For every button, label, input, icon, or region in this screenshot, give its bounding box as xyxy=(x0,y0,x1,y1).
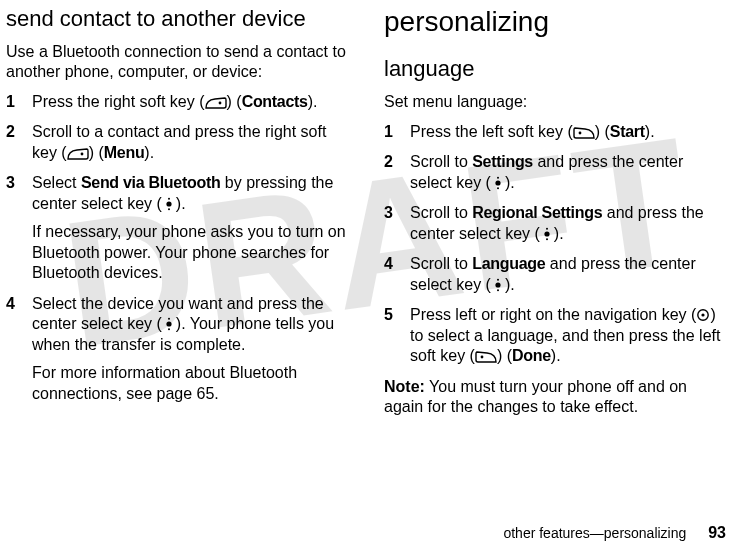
start-label: Start xyxy=(610,123,645,140)
left-step-4-sub: For more information about Bluetooth con… xyxy=(32,363,348,404)
regional-settings-label: Regional Settings xyxy=(472,204,602,221)
svg-point-0 xyxy=(218,102,221,105)
note-label: Note: xyxy=(384,378,425,395)
text: ). xyxy=(505,174,515,191)
text: Scroll to xyxy=(410,204,472,221)
text: Press the left soft key ( xyxy=(410,123,573,140)
two-column-layout: send contact to another device Use a Blu… xyxy=(6,6,726,418)
svg-point-1 xyxy=(80,153,83,156)
right-step-5: Press left or right on the navigation ke… xyxy=(384,305,726,366)
text: ). xyxy=(645,123,655,140)
text: Scroll to xyxy=(410,153,472,170)
svg-point-5 xyxy=(166,322,171,327)
center-select-key-icon xyxy=(162,317,176,331)
text: ) ( xyxy=(89,144,104,161)
right-soft-key-icon xyxy=(67,148,89,160)
svg-point-20 xyxy=(481,356,484,359)
text: Press the right soft key ( xyxy=(32,93,205,110)
svg-point-6 xyxy=(168,318,170,320)
svg-point-13 xyxy=(546,228,548,230)
page-footer: other features—personalizing 93 xyxy=(503,524,726,542)
text: ) ( xyxy=(497,347,512,364)
text: ) ( xyxy=(227,93,242,110)
svg-point-9 xyxy=(495,180,500,185)
left-soft-key-icon xyxy=(573,127,595,139)
text: ). xyxy=(505,276,515,293)
right-intro: Set menu language: xyxy=(384,92,726,112)
left-intro: Use a Bluetooth connection to send a con… xyxy=(6,42,348,82)
center-select-key-icon xyxy=(491,176,505,190)
page-number: 93 xyxy=(708,524,726,541)
left-steps: Press the right soft key () (Contacts). … xyxy=(6,92,348,404)
svg-point-14 xyxy=(546,238,548,240)
left-step-2: Scroll to a contact and press the right … xyxy=(6,122,348,163)
svg-point-17 xyxy=(497,289,499,291)
left-step-4: Select the device you want and press the… xyxy=(6,294,348,404)
language-heading: language xyxy=(384,56,726,82)
right-step-1: Press the left soft key () (Start). xyxy=(384,122,726,142)
contacts-label: Contacts xyxy=(242,93,308,110)
text: Scroll to xyxy=(410,255,472,272)
svg-point-3 xyxy=(168,198,170,200)
note-body: You must turn your phone off and on agai… xyxy=(384,378,687,415)
send-via-bluetooth-label: Send via Bluetooth xyxy=(81,174,221,191)
done-label: Done xyxy=(512,347,551,364)
left-step-1: Press the right soft key () (Contacts). xyxy=(6,92,348,112)
svg-point-10 xyxy=(497,177,499,179)
manual-page: DRAFT send contact to another device Use… xyxy=(0,0,756,550)
text: ). xyxy=(308,93,318,110)
text: ). xyxy=(551,347,561,364)
text: ). xyxy=(554,225,564,242)
settings-label: Settings xyxy=(472,153,533,170)
center-select-key-icon xyxy=(162,197,176,211)
note: Note: You must turn your phone off and o… xyxy=(384,377,726,418)
center-select-key-icon xyxy=(491,278,505,292)
menu-label: Menu xyxy=(104,144,145,161)
text: Select xyxy=(32,174,81,191)
text: ). xyxy=(176,195,186,212)
right-steps: Press the left soft key () (Start). Scro… xyxy=(384,122,726,367)
navigation-key-icon xyxy=(696,308,710,322)
left-soft-key-icon xyxy=(475,351,497,363)
footer-text: other features—personalizing xyxy=(503,525,686,541)
center-select-key-icon xyxy=(540,227,554,241)
left-heading: send contact to another device xyxy=(6,6,348,32)
svg-point-8 xyxy=(578,132,581,135)
right-step-3: Scroll to Regional Settings and press th… xyxy=(384,203,726,244)
personalizing-heading: personalizing xyxy=(384,6,726,38)
svg-point-2 xyxy=(166,201,171,206)
left-step-3: Select Send via Bluetooth by pressing th… xyxy=(6,173,348,283)
language-label: Language xyxy=(472,255,545,272)
svg-point-7 xyxy=(168,328,170,330)
left-step-3-sub: If necessary, your phone asks you to tur… xyxy=(32,222,348,283)
right-column: personalizing language Set menu language… xyxy=(384,6,726,418)
right-step-2: Scroll to Settings and press the center … xyxy=(384,152,726,193)
right-step-4: Scroll to Language and press the center … xyxy=(384,254,726,295)
svg-point-11 xyxy=(497,187,499,189)
text: ). xyxy=(144,144,154,161)
svg-point-12 xyxy=(544,231,549,236)
left-column: send contact to another device Use a Blu… xyxy=(6,6,348,418)
text: Press left or right on the navigation ke… xyxy=(410,306,696,323)
svg-point-15 xyxy=(495,282,500,287)
svg-point-19 xyxy=(702,314,705,317)
text: ) ( xyxy=(595,123,610,140)
svg-point-16 xyxy=(497,279,499,281)
svg-point-4 xyxy=(168,208,170,210)
right-soft-key-icon xyxy=(205,97,227,109)
